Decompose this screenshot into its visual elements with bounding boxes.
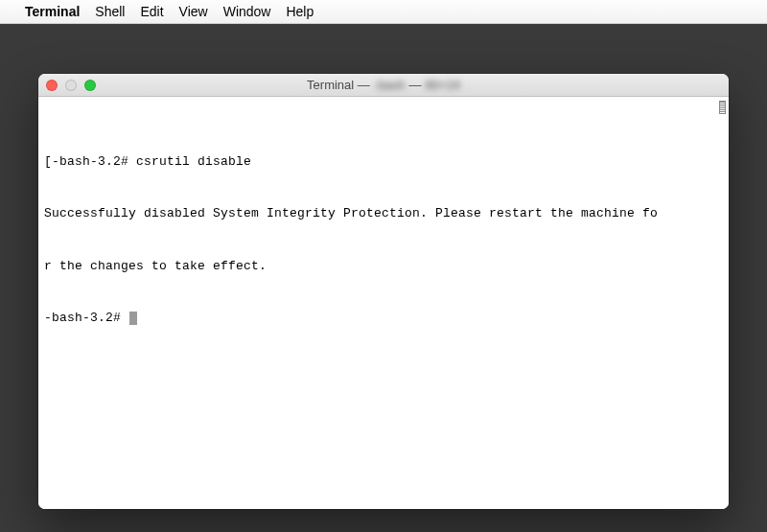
window-title-sep: — [408, 78, 421, 92]
window-titlebar[interactable]: Terminal — -bash — 80×24 [38, 74, 729, 97]
desktop-background: Terminal — -bash — 80×24 [-bash-3.2# csr… [0, 24, 767, 532]
menu-help[interactable]: Help [286, 4, 314, 19]
macos-menubar: Terminal Shell Edit View Window Help [0, 0, 767, 24]
terminal-line-4: -bash-3.2# [44, 310, 723, 327]
traffic-lights [46, 80, 96, 91]
maximize-button[interactable] [84, 80, 96, 91]
minimize-button[interactable] [65, 80, 77, 91]
terminal-window: Terminal — -bash — 80×24 [-bash-3.2# csr… [38, 74, 729, 509]
cursor-icon [129, 312, 137, 325]
window-title: Terminal — -bash — 80×24 [38, 78, 729, 92]
window-title-obscured: -bash [374, 78, 406, 92]
menu-window[interactable]: Window [223, 4, 271, 19]
terminal-line-1: [-bash-3.2# csrutil disable [44, 153, 723, 171]
shell-prompt-2: -bash-3.2# [44, 311, 128, 325]
menu-edit[interactable]: Edit [140, 4, 163, 19]
menu-shell[interactable]: Shell [95, 4, 125, 19]
line1-bracket: [ [44, 154, 52, 169]
terminal-line-2: Successfully disabled System Integrity P… [44, 205, 723, 222]
menu-view[interactable]: View [179, 4, 208, 19]
app-menu[interactable]: Terminal [25, 4, 80, 19]
command-text: csrutil disable [136, 154, 251, 169]
window-title-prefix: Terminal — [307, 78, 370, 92]
terminal-content[interactable]: [-bash-3.2# csrutil disable Successfully… [38, 97, 729, 509]
window-title-obscured-2: 80×24 [425, 78, 460, 92]
scroll-indicator-icon [719, 101, 726, 114]
terminal-line-3: r the changes to take effect. [44, 258, 723, 275]
shell-prompt: -bash-3.2# [52, 154, 136, 169]
close-button[interactable] [46, 80, 58, 91]
